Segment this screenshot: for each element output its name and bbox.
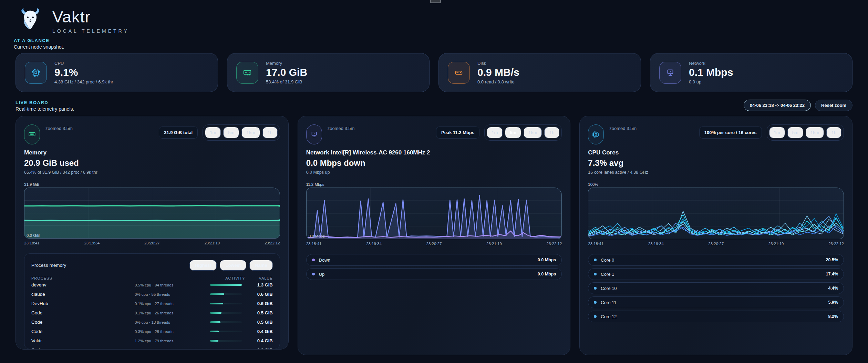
x-tick: 23:19:34: [648, 242, 664, 246]
time-range-group: 1m5m15m1h: [767, 124, 844, 141]
legend-value: 20.5%: [826, 258, 838, 262]
legend-dot-icon: [594, 259, 597, 261]
y-max-label: 11.2 Mbps: [306, 182, 562, 186]
network-chart[interactable]: 11.2 Mbps 0.0 Mbps 23:18:4123:19:3423:20…: [306, 182, 562, 246]
legend-row[interactable]: Core 10 4.4%: [588, 282, 844, 294]
process-value: 0.5 GiB: [245, 310, 273, 315]
table-row[interactable]: claude 0% cpu · 55 threads 0.6 GiB: [31, 290, 273, 299]
process-activity: 0.5% cpu · 94 threads: [135, 283, 207, 287]
sort-highest-button[interactable]: Highest: [189, 260, 217, 271]
network-panel: zoomed 3.5m Peak 11.2 Mbps 1m5m15m1h Net…: [298, 116, 571, 355]
x-axis-ticks: 23:18:4123:19:3423:20:2723:21:1923:22:12: [588, 242, 844, 246]
network-icon: [306, 124, 322, 144]
process-activity: 1.2% cpu · 79 threads: [135, 339, 207, 343]
legend-label: Up: [319, 272, 325, 277]
panel-sub: 16 core lanes active / 4.38 GHz: [588, 170, 844, 175]
glance-section-label: AT A GLANCE: [14, 38, 868, 43]
legend-value: 17.4%: [826, 272, 838, 276]
process-value: 0.5 GiB: [245, 320, 273, 325]
time-range-group: 1m5m15m1h: [203, 124, 280, 141]
network-icon: [659, 62, 681, 84]
x-tick: 23:18:41: [588, 242, 603, 246]
panel-sub: 65.4% of 31.9 GiB / 342 proc / 6.9k thr: [24, 170, 280, 175]
legend-row[interactable]: Core 0 20.5%: [588, 254, 844, 266]
memory-sparkline: [210, 312, 242, 314]
process-name: devenv: [31, 282, 135, 288]
sort-lowest-button[interactable]: Lowest: [220, 260, 246, 271]
range-15m-button[interactable]: 15m: [241, 127, 260, 138]
range-1h-button[interactable]: 1h: [544, 127, 559, 138]
range-5m-button[interactable]: 5m: [223, 127, 239, 138]
range-1m-button[interactable]: 1m: [205, 127, 221, 138]
panel-value: 7.3% avg: [588, 158, 844, 168]
legend-dot-icon: [594, 273, 597, 275]
legend-row[interactable]: Down 0.0 Mbps: [306, 254, 562, 266]
stat-card-cpu: CPU 9.1% 4.38 GHz / 342 proc / 6.9k thr: [16, 53, 218, 92]
legend-dot-icon: [594, 315, 597, 318]
x-tick: 23:21:19: [486, 242, 502, 246]
x-tick: 23:21:19: [768, 242, 784, 246]
table-row[interactable]: Code 0% cpu · 13 threads 0.5 GiB: [31, 317, 273, 327]
range-1m-button[interactable]: 1m: [487, 127, 503, 138]
x-axis-ticks: 23:18:4123:19:3423:20:2723:21:1923:22:12: [306, 242, 562, 246]
process-value: 0.6 GiB: [245, 292, 273, 297]
legend-row[interactable]: Core 1 17.4%: [588, 268, 844, 280]
stat-label: Network: [689, 61, 733, 66]
process-activity: 0.1% cpu · 27 threads: [135, 302, 207, 306]
table-row[interactable]: Code 0.3% cpu · 28 threads 0.4 GiB: [31, 327, 273, 336]
x-tick: 23:20:27: [144, 241, 160, 245]
process-activity: 0% cpu · 13 threads: [135, 320, 207, 324]
app-header: Vaktr LOCAL TELEMETRY: [0, 0, 868, 34]
panel-value: 0.0 Mbps down: [306, 158, 562, 168]
legend-label: Core 11: [601, 300, 616, 305]
table-row[interactable]: Code 0.7% cpu · 24 threads 0.3 GiB: [31, 345, 273, 349]
process-activity: 0.1% cpu · 26 threads: [135, 311, 207, 315]
glance-section-desc: Current node snapshot.: [14, 44, 868, 50]
legend-dot-icon: [594, 301, 597, 304]
table-row[interactable]: devenv 0.5% cpu · 94 threads 1.3 GiB: [31, 280, 273, 290]
x-tick: 23:22:12: [547, 242, 562, 246]
stat-card-disk: Disk 0.9 MB/s 0.0 read / 0.8 write: [438, 53, 641, 92]
memory-sparkline: [210, 331, 242, 332]
col-process: PROCESS: [31, 276, 135, 280]
process-value: 0.3 GiB: [245, 347, 273, 349]
legend-row[interactable]: Core 11 5.9%: [588, 296, 844, 308]
table-row[interactable]: Code 0.1% cpu · 26 threads 0.5 GiB: [31, 308, 273, 317]
x-tick: 23:18:41: [306, 242, 322, 246]
legend-row[interactable]: Core 12 8.2%: [588, 311, 844, 322]
stat-sub: 53.4% of 31.9 GiB: [266, 79, 307, 84]
zoom-note: zoomed 3.5m: [45, 126, 73, 131]
range-5m-button[interactable]: 5m: [505, 127, 521, 138]
range-1h-button[interactable]: 1h: [826, 127, 841, 138]
table-row[interactable]: DevHub 0.1% cpu · 27 threads 0.6 GiB: [31, 299, 273, 308]
cpu-chart[interactable]: 100% 23:18:4123:19:3423:20:2723:21:1923:…: [588, 182, 844, 246]
col-activity: ACTIVITY: [207, 276, 245, 280]
range-1h-button[interactable]: 1h: [262, 127, 278, 138]
memory-chart[interactable]: 31.9 GiB 0.0 GiB 23:18:4123:19:3423:20:2…: [24, 182, 280, 245]
reset-zoom-button[interactable]: Reset zoom: [815, 100, 852, 111]
table-row[interactable]: Vaktr 1.2% cpu · 79 threads 0.4 GiB: [31, 336, 273, 345]
range-15m-button[interactable]: 15m: [524, 127, 542, 138]
process-activity: 0.7% cpu · 24 threads: [135, 348, 207, 350]
process-name: claude: [31, 292, 135, 297]
range-1m-button[interactable]: 1m: [769, 127, 785, 138]
legend-row[interactable]: Up 0.0 Mbps: [306, 268, 562, 280]
panel-title: CPU Cores: [588, 149, 844, 156]
x-tick: 23:22:12: [828, 242, 844, 246]
range-5m-button[interactable]: 5m: [787, 127, 803, 138]
sort-name-button[interactable]: Name: [249, 260, 272, 271]
x-axis-ticks: 23:18:4123:19:3423:20:2723:21:1923:22:12: [24, 241, 280, 245]
stat-label: Memory: [266, 61, 307, 66]
y-max-label: 100%: [588, 182, 844, 186]
memory-panel: zoomed 3.5m 31.9 GiB total 1m5m15m1h Mem…: [16, 116, 289, 350]
board-section-desc: Real-time telemetry panels.: [16, 106, 74, 112]
stat-sub: 4.38 GHz / 342 proc / 6.9k thr: [54, 79, 113, 84]
memory-sparkline: [210, 321, 242, 323]
x-tick: 23:19:34: [84, 241, 100, 245]
memory-sparkline: [210, 303, 242, 304]
x-tick: 23:22:12: [265, 241, 280, 245]
range-15m-button[interactable]: 15m: [806, 127, 824, 138]
stat-value: 9.1%: [54, 67, 113, 78]
memory-icon: [24, 124, 40, 144]
zoom-range-button[interactable]: 04-06 23:18 -> 04-06 23:22: [744, 100, 811, 111]
